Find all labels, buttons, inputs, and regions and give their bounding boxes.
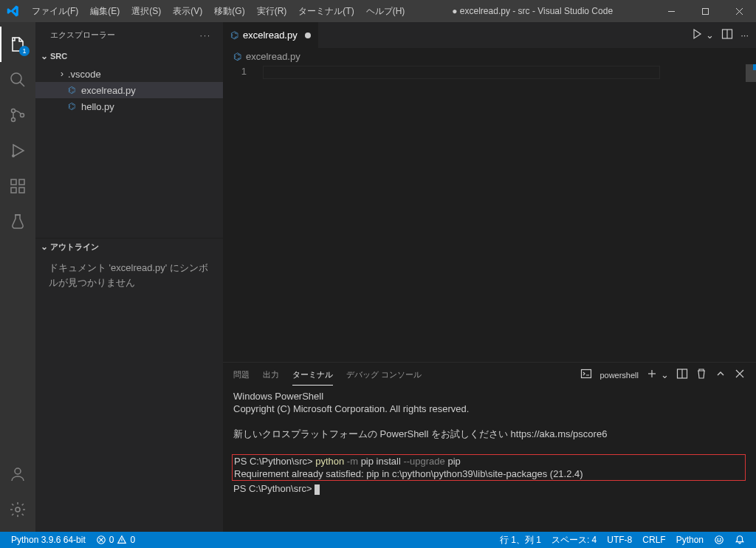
- outline-label: アウトライン: [50, 242, 99, 253]
- menu-run[interactable]: 実行(R): [251, 0, 293, 22]
- svg-point-16: [16, 507, 20, 512]
- menu-file[interactable]: ファイル(F): [26, 0, 84, 22]
- file-tree: › .vscode ⌬ excelread.py ⌬ hello.py: [35, 64, 223, 116]
- terminal-line: 新しいクロスプラットフォームの PowerShell をお試しください http…: [233, 428, 746, 440]
- svg-line-5: [20, 82, 24, 86]
- terminal-shell-icon[interactable]: [580, 368, 592, 382]
- svg-point-31: [718, 538, 718, 539]
- status-problems[interactable]: 0 0: [91, 535, 140, 545]
- status-indentation[interactable]: スペース: 4: [546, 534, 602, 547]
- svg-point-30: [715, 536, 724, 544]
- more-actions-button[interactable]: ···: [740, 30, 749, 41]
- menu-edit[interactable]: 編集(E): [84, 0, 126, 22]
- panel-tab-debug-console[interactable]: デバッグ コンソール: [346, 365, 422, 385]
- python-file-icon: ⌬: [230, 30, 238, 41]
- terminal-content[interactable]: Windows PowerShell Copyright (C) Microso…: [223, 387, 756, 532]
- dirty-indicator-icon: [305, 32, 311, 38]
- menu-view[interactable]: 表示(V): [167, 0, 208, 22]
- menu-go[interactable]: 移動(G): [208, 0, 250, 22]
- chevron-down-icon: ⌄: [38, 242, 50, 252]
- status-cursor-position[interactable]: 行 1、列 1: [495, 534, 546, 547]
- terminal-new-button[interactable]: [646, 368, 658, 382]
- svg-point-15: [15, 468, 21, 474]
- svg-point-7: [12, 118, 16, 122]
- bottom-panel: 問題 出力 ターミナル デバッグ コンソール powershell ⌄ Wind…: [223, 362, 756, 532]
- terminal-command: python: [315, 456, 344, 467]
- menu-terminal[interactable]: ターミナル(T): [292, 0, 360, 22]
- terminal-output: Requirement already satisfied: pip in c:…: [234, 468, 583, 479]
- status-language[interactable]: Python: [671, 534, 709, 547]
- terminal-split-button[interactable]: [676, 368, 688, 382]
- outline-empty-message: ドキュメント 'excelread.py' にシンボルが見つかりません: [35, 255, 223, 295]
- tab-excelread[interactable]: ⌬ excelread.py: [223, 22, 319, 48]
- vscode-logo-icon: [0, 4, 26, 18]
- tab-bar: ⌬ excelread.py ⌄ ···: [223, 22, 756, 48]
- svg-rect-19: [582, 370, 591, 378]
- window-title: ● excelread.py - src - Visual Studio Cod…: [410, 6, 654, 16]
- terminal-line: Copyright (C) Microsoft Corporation. All…: [233, 403, 746, 415]
- terminal-new-dropdown[interactable]: ⌄: [661, 369, 669, 380]
- code-editor[interactable]: 1: [223, 64, 756, 362]
- editor-content[interactable]: [260, 64, 712, 362]
- terminal-prompt: PS C:\Python\src>: [234, 456, 315, 467]
- tree-item-label: .vscode: [68, 69, 101, 80]
- python-file-icon: ⌬: [68, 101, 81, 112]
- menu-help[interactable]: ヘルプ(H): [360, 0, 411, 22]
- status-eol[interactable]: CRLF: [637, 534, 670, 547]
- split-editor-button[interactable]: [721, 28, 733, 42]
- outline-section-header[interactable]: ⌄ アウトライン: [35, 239, 223, 255]
- activity-settings[interactable]: [0, 492, 35, 527]
- activity-search[interactable]: [0, 62, 35, 97]
- chevron-right-icon: ›: [56, 69, 68, 79]
- menu-bar: ファイル(F) 編集(E) 選択(S) 表示(V) 移動(G) 実行(R) ター…: [26, 0, 410, 22]
- sidebar: エクスプローラー ··· ⌄ SRC › .vscode ⌬ excelread…: [35, 22, 223, 532]
- close-button[interactable]: [722, 0, 756, 22]
- terminal-kill-button[interactable]: [695, 368, 707, 382]
- terminal-shell-label[interactable]: powershell: [599, 371, 639, 380]
- tree-file-excelread[interactable]: ⌬ excelread.py: [35, 82, 223, 98]
- svg-point-4: [11, 73, 21, 83]
- activity-run-debug[interactable]: [0, 133, 35, 168]
- svg-rect-11: [11, 188, 16, 193]
- minimize-button[interactable]: [654, 0, 688, 22]
- title-bar: ファイル(F) 編集(E) 選択(S) 表示(V) 移動(G) 実行(R) ター…: [0, 0, 756, 22]
- folder-section-header[interactable]: ⌄ SRC: [35, 48, 223, 64]
- status-notifications-icon[interactable]: [729, 534, 750, 547]
- tree-file-hello[interactable]: ⌬ hello.py: [35, 98, 223, 114]
- terminal-prompt: PS C:\Python\src>: [233, 483, 315, 494]
- maximize-button[interactable]: [688, 0, 722, 22]
- panel-tab-output[interactable]: 出力: [263, 365, 279, 385]
- status-feedback-icon[interactable]: [709, 534, 729, 547]
- editor-scrollbar[interactable]: [746, 64, 756, 362]
- sidebar-more-icon[interactable]: ···: [200, 31, 211, 40]
- activity-source-control[interactable]: [0, 97, 35, 133]
- status-encoding[interactable]: UTF-8: [602, 534, 637, 547]
- tree-item-label: hello.py: [81, 101, 114, 112]
- panel-maximize-button[interactable]: [715, 368, 726, 382]
- status-python-version[interactable]: Python 3.9.6 64-bit: [6, 535, 91, 545]
- activity-extensions[interactable]: [0, 168, 35, 204]
- svg-rect-12: [19, 188, 24, 193]
- panel-tab-problems[interactable]: 問題: [233, 365, 250, 385]
- sidebar-title: エクスプローラー: [50, 30, 115, 41]
- highlighted-command-block: PS C:\Python\src> python -m pip install …: [232, 454, 746, 481]
- breadcrumb-file: excelread.py: [246, 51, 300, 62]
- activity-explorer[interactable]: 1: [0, 27, 35, 62]
- svg-rect-1: [702, 8, 708, 14]
- explorer-badge: 1: [19, 46, 30, 56]
- run-dropdown[interactable]: ⌄: [706, 30, 714, 41]
- svg-point-8: [21, 114, 24, 117]
- run-button[interactable]: [691, 28, 703, 42]
- panel-tab-terminal[interactable]: ターミナル: [292, 365, 333, 386]
- menu-selection[interactable]: 選択(S): [126, 0, 167, 22]
- tree-item-label: excelread.py: [81, 85, 136, 96]
- panel-close-button[interactable]: [734, 368, 746, 382]
- tree-folder-vscode[interactable]: › .vscode: [35, 66, 223, 82]
- line-number: 1: [223, 66, 247, 77]
- activity-accounts[interactable]: [0, 456, 35, 492]
- breadcrumb[interactable]: ⌬ excelread.py: [223, 48, 756, 64]
- terminal-cursor: [315, 484, 320, 495]
- activity-testing[interactable]: [0, 204, 35, 239]
- tab-label: excelread.py: [243, 30, 298, 41]
- active-line-highlight: [263, 66, 660, 79]
